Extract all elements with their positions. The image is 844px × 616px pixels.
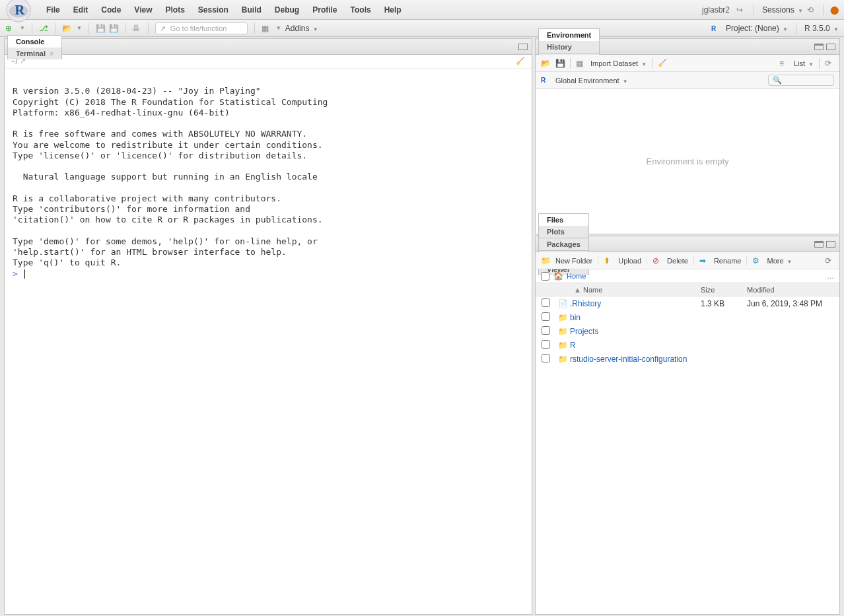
username: jglasbr2 xyxy=(702,5,730,15)
row-checkbox[interactable] xyxy=(542,326,550,335)
files-pane: FilesPlotsPackagesHelpViewer New Folder … xyxy=(535,236,840,615)
clear-workspace-icon[interactable] xyxy=(658,59,667,68)
console-path: ~/ xyxy=(11,57,17,65)
open-icon[interactable] xyxy=(62,24,71,33)
col-header-modified[interactable]: Modified xyxy=(747,286,839,294)
text-cursor xyxy=(24,269,25,279)
environment-toolbar: Import Dataset ▼ List ▼ xyxy=(536,55,839,72)
files-breadcrumb: Home … xyxy=(536,269,839,283)
stop-icon[interactable]: ⬤ xyxy=(830,5,839,15)
tab-plots[interactable]: Plots xyxy=(538,225,589,238)
saveall-icon[interactable] xyxy=(109,24,118,33)
console-tabs: ConsoleTerminal× xyxy=(5,39,532,55)
files-header: ▲ Name Size Modified xyxy=(536,283,839,296)
save-icon[interactable] xyxy=(96,24,105,33)
rename-button[interactable]: Rename xyxy=(714,257,742,265)
rstudio-logo: R xyxy=(5,0,32,23)
menu-plots[interactable]: Plots xyxy=(158,3,191,17)
addins-button[interactable]: Addins ▼ xyxy=(285,24,318,33)
refresh-icon[interactable]: ⟲ xyxy=(807,5,816,15)
menu-file[interactable]: File xyxy=(40,3,67,17)
environment-scope-button[interactable]: Global Environment ▼ xyxy=(555,77,628,85)
file-name[interactable]: R xyxy=(570,341,701,350)
list-icon xyxy=(779,59,789,68)
file-name[interactable]: bin xyxy=(570,313,701,322)
maximize-icon[interactable] xyxy=(826,241,835,248)
import-dataset-button[interactable]: Import Dataset ▼ xyxy=(590,59,647,67)
print-icon[interactable] xyxy=(132,24,141,33)
files-body: .Rhistory1.3 KBJun 6, 2019, 3:48 PMbinPr… xyxy=(536,296,839,614)
view-mode-button[interactable]: List ▼ xyxy=(794,59,814,67)
row-checkbox[interactable] xyxy=(542,340,550,349)
right-column: EnvironmentHistoryConnections Import Dat… xyxy=(535,38,840,615)
file-row[interactable]: R xyxy=(536,338,839,352)
console-body[interactable]: R version 3.5.0 (2018-04-23) -- "Joy in … xyxy=(5,69,532,614)
tab-files[interactable]: Files xyxy=(538,213,589,226)
file-row[interactable]: rstudio-server-initial-configuration xyxy=(536,352,839,366)
load-workspace-icon[interactable] xyxy=(541,59,550,68)
import-dataset-icon[interactable] xyxy=(576,59,585,68)
svg-text:R: R xyxy=(15,1,25,17)
menu-profile[interactable]: Profile xyxy=(306,3,343,17)
newfolder-icon xyxy=(541,256,550,265)
col-header-size[interactable]: Size xyxy=(701,286,747,294)
home-icon[interactable] xyxy=(553,271,563,281)
tab-packages[interactable]: Packages xyxy=(538,238,589,250)
project-icon xyxy=(711,24,721,33)
col-header-name[interactable]: ▲ Name xyxy=(555,286,701,294)
refresh-env-icon[interactable] xyxy=(825,59,834,68)
breadcrumb-more-icon[interactable]: … xyxy=(827,272,834,280)
menu-view[interactable]: View xyxy=(127,3,158,17)
sessions-button[interactable]: Sessions ▼ xyxy=(762,5,803,15)
menu-edit[interactable]: Edit xyxy=(67,3,95,17)
newproject-icon[interactable] xyxy=(39,24,48,33)
select-all-checkbox[interactable] xyxy=(541,272,549,281)
file-row[interactable]: Projects xyxy=(536,324,839,338)
folder-icon xyxy=(558,355,567,364)
tab-console[interactable]: Console xyxy=(7,35,62,48)
tab-history[interactable]: History xyxy=(538,40,600,53)
row-checkbox[interactable] xyxy=(542,298,550,307)
more-button[interactable]: More ▼ xyxy=(767,257,792,265)
environment-scope-bar: Global Environment ▼ 🔍 xyxy=(536,72,839,89)
project-menu[interactable]: Project: (None) ▼ xyxy=(726,24,788,33)
files-toolbar: New Folder Upload Delete Rename More ▼ xyxy=(536,252,839,269)
save-workspace-icon[interactable] xyxy=(555,59,565,68)
goto-file-function-input[interactable]: Go to file/function xyxy=(155,22,248,34)
menu-build[interactable]: Build xyxy=(235,3,268,17)
menu-code[interactable]: Code xyxy=(94,3,127,17)
popout-icon[interactable] xyxy=(518,44,528,50)
upload-button[interactable]: Upload xyxy=(618,257,641,265)
environment-search-input[interactable]: 🔍 xyxy=(768,75,834,86)
maximize-icon[interactable] xyxy=(826,44,835,50)
console-path-arrow-icon[interactable]: ↗ xyxy=(20,57,29,66)
delete-button[interactable]: Delete xyxy=(667,257,688,265)
file-name[interactable]: Projects xyxy=(570,327,701,336)
menu-debug[interactable]: Debug xyxy=(268,3,306,17)
newfolder-button[interactable]: New Folder xyxy=(555,257,592,265)
row-checkbox[interactable] xyxy=(542,312,550,321)
row-checkbox[interactable] xyxy=(542,354,550,362)
minimize-icon[interactable] xyxy=(814,44,824,50)
menu-session[interactable]: Session xyxy=(192,3,235,17)
r-version-menu[interactable]: R 3.5.0 ▼ xyxy=(804,24,839,33)
file-name[interactable]: .Rhistory xyxy=(570,299,701,308)
clear-console-icon[interactable] xyxy=(516,57,525,66)
signout-icon[interactable] xyxy=(736,5,746,15)
console-pane: ConsoleTerminal× ~/ ↗ R version 3.5.0 (2… xyxy=(4,38,532,615)
menu-tools[interactable]: Tools xyxy=(344,3,378,17)
files-tabs: FilesPlotsPackagesHelpViewer xyxy=(536,236,839,252)
keyboard-icon[interactable] xyxy=(262,24,271,33)
tab-environment[interactable]: Environment xyxy=(538,28,600,41)
folder-icon xyxy=(558,327,567,336)
refresh-files-icon[interactable] xyxy=(825,256,834,265)
environment-pane: EnvironmentHistoryConnections Import Dat… xyxy=(535,38,840,234)
file-row[interactable]: .Rhistory1.3 KBJun 6, 2019, 3:48 PM xyxy=(536,296,839,310)
newfile-icon[interactable] xyxy=(5,24,15,33)
breadcrumb-home[interactable]: Home xyxy=(567,272,586,280)
menu-help[interactable]: Help xyxy=(378,3,408,17)
file-name[interactable]: rstudio-server-initial-configuration xyxy=(570,355,701,364)
file-row[interactable]: bin xyxy=(536,310,839,324)
minimize-icon[interactable] xyxy=(814,241,824,248)
console-path-bar: ~/ ↗ xyxy=(5,55,532,69)
